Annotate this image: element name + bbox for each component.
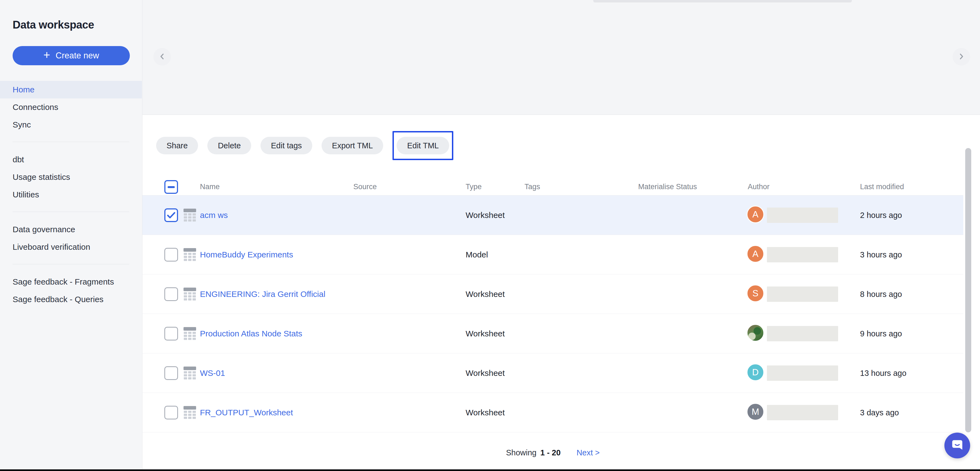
sidebar-item-liveboard-verification[interactable]: Liveboard verification <box>0 238 142 256</box>
carousel-prev-button[interactable] <box>153 48 171 65</box>
row-type: Worksheet <box>466 393 505 432</box>
table-body: acm wsWorksheetA2 hours agoHomeBuddy Exp… <box>142 195 963 432</box>
content-panel: ShareDeleteEdit tagsExport TMLEdit TML N… <box>142 115 980 469</box>
column-header-materialise: Materialise Status <box>638 179 697 195</box>
sidebar-item-label: Sage feedback - Fragments <box>13 277 114 286</box>
chat-launcher-button[interactable] <box>944 433 970 458</box>
top-edge-strip <box>593 0 852 2</box>
sidebar-item-sage-feedback-fragments[interactable]: Sage feedback - Fragments <box>0 273 142 291</box>
carousel-next-button[interactable] <box>953 48 970 65</box>
sidebar-item-label: Sync <box>13 120 31 129</box>
sidebar-item-utilities[interactable]: Utilities <box>0 186 142 203</box>
row-checkbox[interactable] <box>164 287 178 301</box>
avatar-initial: A <box>752 209 759 220</box>
table-row: acm wsWorksheetA2 hours ago <box>142 195 963 235</box>
avatar-initial: S <box>752 288 759 299</box>
sidebar-item-home[interactable]: Home <box>0 81 142 98</box>
row-last-modified: 13 hours ago <box>860 353 906 393</box>
sidebar-item-label: Connections <box>13 102 58 112</box>
toolbar-button-edit-tags[interactable]: Edit tags <box>261 137 312 154</box>
worksheet-icon <box>183 406 196 419</box>
sidebar-item-label: Liveboard verification <box>13 243 91 251</box>
toolbar-button-label: Edit TML <box>407 141 439 150</box>
toolbar-button-delete[interactable]: Delete <box>207 137 251 154</box>
toolbar-button-share[interactable]: Share <box>156 137 198 154</box>
toolbar-button-label: Edit tags <box>271 141 302 150</box>
row-type: Worksheet <box>466 275 505 314</box>
row-name-link[interactable]: acm ws <box>200 195 228 235</box>
author-avatar: A <box>747 206 764 223</box>
row-type: Model <box>466 235 488 275</box>
redacted-author-name <box>767 366 838 381</box>
sidebar-item-dbt[interactable]: dbt <box>0 151 142 168</box>
sidebar-item-connections[interactable]: Connections <box>0 98 142 116</box>
toolbar: ShareDeleteEdit tagsExport TMLEdit TML <box>142 131 980 160</box>
create-new-button[interactable]: + Create new <box>13 46 130 65</box>
sidebar-nav: HomeConnectionsSyncdbtUsage statisticsUt… <box>0 81 142 308</box>
table-row: FR_OUTPUT_WorksheetWorksheetM3 days ago <box>142 393 963 432</box>
row-type: Worksheet <box>466 195 505 235</box>
next-page-link[interactable]: Next > <box>577 448 600 457</box>
worksheet-icon <box>183 287 196 301</box>
pagination: Showing 1 - 20 Next > <box>142 445 963 460</box>
row-checkbox[interactable] <box>164 327 178 340</box>
sidebar-item-label: Usage statistics <box>13 172 70 182</box>
row-name-link[interactable]: Production Atlas Node Stats <box>200 314 302 353</box>
toolbar-button-export-tml[interactable]: Export TML <box>321 137 383 154</box>
toolbar-button-label: Share <box>167 141 188 150</box>
sidebar-divider <box>13 142 129 142</box>
toolbar-button-label: Export TML <box>332 141 373 150</box>
row-checkbox[interactable] <box>164 406 178 420</box>
row-last-modified: 3 hours ago <box>860 235 902 275</box>
worksheet-icon <box>183 367 196 380</box>
row-checkbox[interactable] <box>164 366 178 380</box>
chat-bubble-icon <box>950 438 964 453</box>
row-last-modified: 3 days ago <box>860 393 899 432</box>
row-type: Worksheet <box>466 353 505 393</box>
avatar-initial: M <box>752 407 759 417</box>
sidebar-item-label: Data governance <box>13 225 75 234</box>
column-header-source: Source <box>353 179 377 195</box>
screen-bottom-bar <box>0 469 980 471</box>
chevron-right-icon <box>957 52 966 62</box>
table-row: Production Atlas Node StatsWorksheet9 ho… <box>142 314 963 353</box>
author-avatar: D <box>747 364 764 381</box>
table-row: HomeBuddy ExperimentsModelA3 hours ago <box>142 235 963 275</box>
screen: Data workspace + Create new HomeConnecti… <box>0 0 980 471</box>
table-row: WS-01WorksheetD13 hours ago <box>142 353 963 393</box>
create-new-label: Create new <box>56 51 99 61</box>
showing-range: 1 - 20 <box>540 448 561 457</box>
showing-label: Showing <box>506 448 536 457</box>
redacted-author-name <box>767 247 838 262</box>
scrollbar-thumb[interactable] <box>965 148 971 432</box>
focus-ring: Edit TML <box>393 131 453 160</box>
indeterminate-dash-icon <box>168 186 175 188</box>
sidebar-item-usage-statistics[interactable]: Usage statistics <box>0 168 142 186</box>
row-name-link[interactable]: FR_OUTPUT_Worksheet <box>200 393 293 432</box>
table-row: ENGINEERING: Jira Gerrit OfficialWorkshe… <box>142 275 963 314</box>
toolbar-button-edit-tml[interactable]: Edit TML <box>396 137 449 154</box>
row-last-modified: 9 hours ago <box>860 314 902 353</box>
page-title: Data workspace <box>13 19 94 31</box>
avatar-initial: D <box>752 367 759 377</box>
sidebar-item-sync[interactable]: Sync <box>0 116 142 134</box>
sidebar-item-data-governance[interactable]: Data governance <box>0 221 142 238</box>
sidebar-item-sage-feedback-queries[interactable]: Sage feedback - Queries <box>0 291 142 308</box>
row-type: Worksheet <box>466 314 505 353</box>
row-last-modified: 2 hours ago <box>860 195 902 235</box>
worksheet-icon <box>183 327 196 340</box>
row-name-link[interactable]: WS-01 <box>200 353 225 393</box>
row-name-link[interactable]: ENGINEERING: Jira Gerrit Official <box>200 275 325 314</box>
sidebar-item-label: dbt <box>13 155 24 164</box>
select-all-checkbox[interactable] <box>164 180 178 194</box>
row-name-link[interactable]: HomeBuddy Experiments <box>200 235 293 275</box>
plus-icon: + <box>43 49 50 61</box>
column-header-tags: Tags <box>525 179 540 195</box>
worksheet-icon <box>183 209 196 222</box>
sidebar-divider <box>13 212 129 212</box>
sidebar-item-label: Home <box>13 85 35 94</box>
author-avatar: M <box>747 403 764 421</box>
row-checkbox[interactable] <box>164 248 178 262</box>
author-avatar <box>747 324 764 342</box>
row-checkbox[interactable] <box>164 208 178 222</box>
